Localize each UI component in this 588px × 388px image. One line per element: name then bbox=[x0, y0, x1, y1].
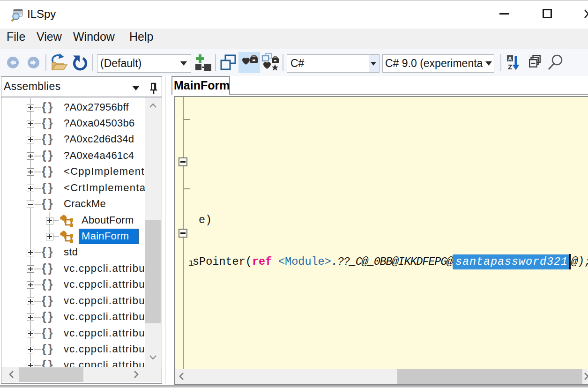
svg-text:A: A bbox=[508, 56, 512, 61]
svg-text:Z: Z bbox=[508, 63, 512, 71]
